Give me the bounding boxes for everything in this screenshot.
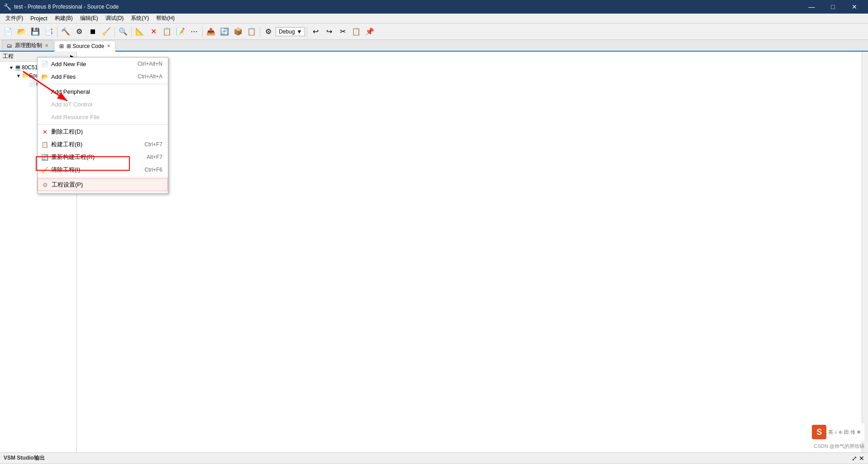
menu-edit[interactable]: 编辑(E) — [76, 14, 102, 24]
output-header: VSM Studio输出 ⤢ ✕ — [0, 453, 868, 464]
debug-arrow-icon: ▼ — [296, 29, 302, 35]
minimize-button[interactable]: — — [801, 0, 822, 14]
tab-source-close[interactable]: ✕ — [107, 43, 110, 48]
toolbar-sep-4 — [202, 26, 203, 37]
build-btn[interactable]: 🔨 — [59, 25, 72, 38]
ctx-sep-3 — [38, 177, 168, 178]
browse-btn[interactable]: 📋 — [161, 25, 173, 38]
tab-bar: 🗂 原理图绘制 ✕ ⊞ ⊞ Source Code ✕ — [0, 40, 868, 52]
find-btn[interactable]: 🔍 — [117, 25, 129, 38]
output-expand-btn[interactable]: ⤢ — [852, 455, 857, 462]
tab-schematic[interactable]: 🗂 原理图绘制 ✕ — [2, 40, 53, 51]
menu-help[interactable]: 帮助(H) — [153, 14, 178, 24]
ctx-check-shortcut: Ctrl+F7 — [144, 141, 162, 148]
ctx-add-iot-label: Add IoT Control — [51, 101, 92, 108]
save-all-btn[interactable]: 📑 — [43, 25, 55, 38]
menu-project[interactable]: Project — [27, 14, 51, 24]
ctx-add-files-label: Add Files — [51, 73, 76, 80]
toolbar: 📄 📂 💾 📑 🔨 ⚙ ⏹ 🧹 🔍 📐 ✕ 📋 📝 ⋯ 📤 🔄 📦 📋 ⚙ De… — [0, 24, 868, 40]
deploy-btn[interactable]: 📤 — [205, 25, 217, 38]
ctx-project-settings[interactable]: ⚙ 工程设置(P) — [38, 178, 168, 191]
menu-file[interactable]: 文件(F) — [2, 14, 27, 24]
menu-debug[interactable]: 调试(D) — [102, 14, 128, 24]
context-menu: 📄 Add New File Ctrl+Alt+N 📂 Add Files Ct… — [37, 57, 168, 194]
export-btn[interactable]: 📦 — [232, 25, 244, 38]
tab-schematic-close[interactable]: ✕ — [45, 43, 48, 48]
output-panel: VSM Studio输出 ⤢ ✕ "..\..\..\..\..\..\..\.… — [0, 452, 868, 466]
menu-system[interactable]: 系统(Y) — [127, 14, 153, 24]
ctx-delete-project[interactable]: ✕ 删除工程(D) — [38, 125, 168, 138]
clean-btn[interactable]: 🧹 — [100, 25, 113, 38]
toolbar-sep-2 — [114, 26, 115, 37]
paste-btn[interactable]: 📌 — [363, 25, 376, 38]
refresh-btn[interactable]: 🔄 — [218, 25, 231, 38]
main-area: 工程 ▶ ▼ 💻 80C51(U1) ▼ 📁 Source Fi — [0, 52, 868, 452]
menu-bar: 文件(F) Project 构建(B) 编辑(E) 调试(D) 系统(Y) 帮助… — [0, 14, 868, 24]
save-btn[interactable]: 💾 — [29, 25, 42, 38]
output-controls: ⤢ ✕ — [852, 455, 864, 462]
cancel-btn[interactable]: ✕ — [147, 25, 160, 38]
ctx-add-resource: Add Resource File — [38, 110, 168, 123]
new-file-icon: 📄 — [40, 61, 49, 67]
watermark-caption: CSDN @帅气的胖纸锅 — [814, 443, 864, 450]
ctx-clean-label: 清除工程(I) — [51, 166, 80, 174]
ctx-add-files[interactable]: 📂 Add Files Ctrl+Alt+A — [38, 70, 168, 83]
ctx-settings-label: 工程设置(P) — [52, 181, 83, 189]
code-line-2: #include <stdio.h> — [81, 64, 858, 73]
ctx-rebuild-project[interactable]: 🔄 重新构建工程(R) Alt+F7 — [38, 151, 168, 163]
output-content: "..\..\..\..\..\..\..\..\..\..\Program F… — [0, 464, 868, 466]
source-folder-icon: 📁 — [22, 72, 29, 79]
schematic-btn[interactable]: 📐 — [134, 25, 146, 38]
rebuild-icon: 🔄 — [40, 154, 49, 161]
ctx-check-project[interactable]: 📋 检建工程(B) Ctrl+F7 — [38, 138, 168, 151]
title-bar-left: 🔧 test - Proteus 8 Professional - Source… — [4, 3, 119, 10]
tab-source-code[interactable]: ⊞ ⊞ Source Code ✕ — [54, 41, 115, 52]
code-line-7: P1^0; — [81, 91, 858, 100]
code-btn[interactable]: 📝 — [174, 25, 187, 38]
cut-btn[interactable]: ✂ — [336, 25, 349, 38]
ctx-sep-4 — [38, 192, 168, 192]
output-close-btn[interactable]: ✕ — [859, 455, 864, 462]
list-btn[interactable]: 📋 — [245, 25, 258, 38]
right-scrollbar[interactable] — [862, 52, 868, 452]
ctx-sep-2 — [38, 124, 168, 125]
ctx-add-files-shortcut: Ctrl+Alt+A — [138, 73, 162, 80]
ctx-delete-label: 删除工程(D) — [51, 128, 83, 136]
code-line-1: #include <reg51.h> — [81, 55, 858, 64]
ctx-add-new-file[interactable]: 📄 Add New File Ctrl+Alt+N — [38, 58, 168, 70]
code-editor[interactable]: #include <reg51.h> #include <stdio.h> un… — [77, 52, 862, 452]
debug-dropdown[interactable]: Debug ▼ — [276, 27, 305, 36]
rebuild-btn[interactable]: ⚙ — [73, 25, 86, 38]
ctx-clean-project[interactable]: 🧹 清除工程(I) Ctrl+F6 — [38, 163, 168, 176]
tree-arrow-source: ▼ — [16, 73, 22, 78]
sidebar-title: 工程 — [3, 53, 14, 60]
toolbar-sep-5 — [260, 26, 260, 37]
more-btn[interactable]: ⋯ — [188, 25, 200, 38]
ctx-add-iot: Add IoT Control — [38, 98, 168, 110]
settings-btn[interactable]: ⚙ — [262, 25, 275, 38]
code-line-5: unsigned char; — [81, 82, 858, 91]
redo-btn[interactable]: ↪ — [323, 25, 335, 38]
copy-btn[interactable]: 📋 — [350, 25, 362, 38]
add-files-icon: 📂 — [40, 73, 49, 80]
watermark-logo: S — [812, 425, 826, 439]
ctx-sep-1 — [38, 84, 168, 84]
mcu-icon: 💻 — [14, 64, 22, 71]
ctx-add-peripheral[interactable]: Add Peripheral — [38, 85, 168, 98]
clean-icon: 🧹 — [40, 167, 49, 173]
toolbar-sep-6 — [307, 26, 307, 37]
ctx-add-new-file-shortcut: Ctrl+Alt+N — [138, 61, 162, 67]
code-line-12: P2^0; — [81, 126, 858, 135]
open-btn[interactable]: 📂 — [15, 25, 28, 38]
output-title: VSM Studio输出 — [4, 454, 45, 462]
menu-build[interactable]: 构建(B) — [51, 14, 76, 24]
stop-build-btn[interactable]: ⏹ — [86, 25, 99, 38]
close-button[interactable]: ✕ — [844, 0, 864, 14]
ctx-rebuild-label: 重新构建工程(R) — [51, 153, 95, 161]
new-btn[interactable]: 📄 — [2, 25, 14, 38]
title-bar: 🔧 test - Proteus 8 Professional - Source… — [0, 0, 868, 14]
watermark: S 英·♪ ⊕ 田 传 ❄ CSDN @帅气的胖纸锅 — [808, 423, 864, 450]
maximize-button[interactable]: □ — [823, 0, 843, 14]
window-title: test - Proteus 8 Professional - Source C… — [14, 4, 119, 10]
undo-btn[interactable]: ↩ — [309, 25, 322, 38]
